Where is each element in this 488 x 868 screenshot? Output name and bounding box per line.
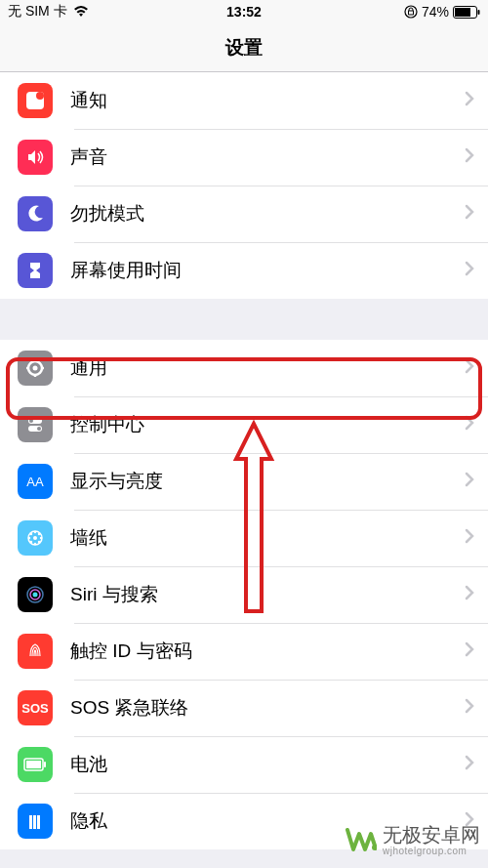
chevron-right-icon	[465, 641, 488, 661]
svg-point-15	[37, 427, 41, 431]
screentime-icon	[18, 253, 53, 288]
siri-icon	[18, 577, 53, 612]
row-touchid[interactable]: 触控 ID 与密码	[0, 623, 488, 680]
svg-point-24	[38, 533, 40, 535]
svg-point-25	[30, 541, 32, 543]
row-label: SOS 紧急联络	[70, 695, 465, 721]
wifi-icon	[73, 6, 89, 18]
general-icon	[18, 351, 53, 386]
row-label: 电池	[70, 752, 465, 777]
touchid-icon	[18, 634, 53, 669]
row-notifications[interactable]: 通知	[0, 72, 488, 129]
svg-point-13	[29, 419, 33, 423]
row-control-center[interactable]: 控制中心	[0, 396, 488, 453]
row-label: 屏幕使用时间	[70, 258, 465, 283]
row-label: 通用	[70, 355, 465, 381]
privacy-icon	[18, 804, 53, 839]
notifications-icon	[18, 83, 53, 118]
watermark-logo-icon	[346, 828, 377, 853]
chevron-right-icon	[465, 415, 488, 434]
sounds-icon	[18, 140, 53, 175]
chevron-right-icon	[465, 147, 488, 167]
chevron-right-icon	[465, 528, 488, 548]
row-screentime[interactable]: 屏幕使用时间	[0, 242, 488, 299]
svg-point-26	[38, 541, 40, 543]
svg-point-5	[36, 92, 44, 100]
row-label: 勿扰模式	[70, 201, 465, 227]
svg-point-19	[34, 531, 36, 533]
row-label: Siri 与搜索	[70, 582, 465, 607]
sos-icon: SOS	[18, 690, 53, 725]
settings-group-1: 通知 声音 勿扰模式 屏幕使用时间	[0, 72, 488, 299]
svg-rect-3	[477, 10, 479, 15]
orientation-lock-icon	[404, 5, 418, 19]
watermark-sub: wjhotelgroup.com	[383, 846, 480, 856]
svg-point-18	[33, 536, 37, 540]
carrier-text: 无 SIM 卡	[8, 3, 67, 21]
chevron-right-icon	[465, 204, 488, 224]
row-label: 控制中心	[70, 412, 465, 437]
wallpaper-icon	[18, 520, 53, 556]
row-siri[interactable]: Siri 与搜索	[0, 566, 488, 623]
battery-settings-icon	[18, 747, 53, 782]
row-label: 声音	[70, 145, 465, 170]
svg-point-23	[30, 533, 32, 535]
control-center-icon	[18, 407, 53, 442]
svg-point-22	[40, 537, 42, 539]
row-sounds[interactable]: 声音	[0, 129, 488, 186]
svg-rect-32	[44, 762, 46, 767]
row-label: 墙纸	[70, 525, 465, 551]
row-dnd[interactable]: 勿扰模式	[0, 186, 488, 242]
chevron-right-icon	[465, 755, 488, 774]
row-wallpaper[interactable]: 墙纸	[0, 510, 488, 566]
settings-group-2: 通用 控制中心 AA 显示与亮度 墙纸 Siri 与搜索 触控 ID 与密码	[0, 340, 488, 849]
battery-percent: 74%	[422, 4, 449, 20]
chevron-right-icon	[465, 91, 488, 110]
row-display[interactable]: AA 显示与亮度	[0, 453, 488, 510]
nav-title: 设置	[0, 23, 488, 72]
svg-rect-2	[455, 8, 470, 17]
svg-point-7	[33, 366, 38, 371]
chevron-right-icon	[465, 472, 488, 491]
row-label: 触控 ID 与密码	[70, 639, 465, 664]
status-time: 13:52	[165, 4, 322, 20]
watermark-main: 无极安卓网	[383, 824, 480, 846]
chevron-right-icon	[465, 358, 488, 378]
row-general[interactable]: 通用	[0, 340, 488, 396]
chevron-right-icon	[465, 261, 488, 280]
battery-icon	[453, 6, 480, 19]
svg-rect-31	[26, 761, 41, 768]
svg-text:AA: AA	[26, 475, 44, 489]
row-battery[interactable]: 电池	[0, 736, 488, 793]
row-sos[interactable]: SOS SOS 紧急联络	[0, 680, 488, 736]
status-bar: 无 SIM 卡 13:52 74%	[0, 0, 488, 23]
svg-point-20	[34, 543, 36, 545]
dnd-icon	[18, 196, 53, 231]
display-icon: AA	[18, 464, 53, 499]
svg-point-29	[33, 593, 38, 598]
svg-point-21	[28, 537, 30, 539]
chevron-right-icon	[465, 698, 488, 718]
watermark: 无极安卓网 wjhotelgroup.com	[346, 824, 480, 856]
svg-point-33	[372, 845, 377, 850]
chevron-right-icon	[465, 585, 488, 604]
row-label: 通知	[70, 88, 465, 113]
row-label: 显示与亮度	[70, 469, 465, 494]
